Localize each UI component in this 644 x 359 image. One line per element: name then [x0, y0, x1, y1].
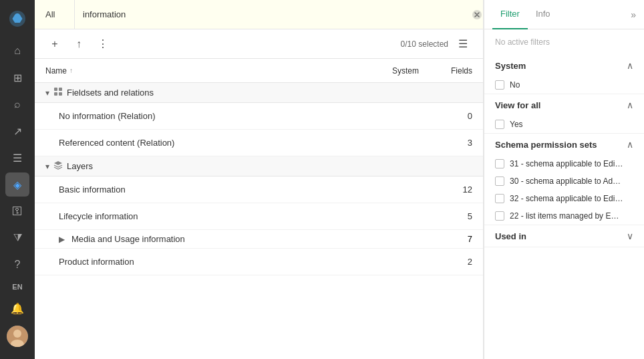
- upload-button[interactable]: ↑: [69, 35, 88, 53]
- app-logo[interactable]: [5, 7, 29, 31]
- sort-arrow-icon: ↑: [69, 67, 73, 74]
- svg-rect-6: [54, 92, 57, 96]
- group-layers[interactable]: ▾ Layers: [35, 156, 483, 176]
- filter-option-schema-30[interactable]: 30 - schema applicable to Admin: [484, 172, 644, 190]
- filter-section-system-chevron: ∧: [627, 60, 633, 71]
- group-fieldsets[interactable]: ▾ Fieldsets and relations: [35, 83, 483, 103]
- svg-rect-5: [59, 88, 62, 91]
- filter-section-view-for-all-header[interactable]: View for all ∧: [484, 94, 644, 116]
- filter-option-schema-22[interactable]: 22 - list items managed by Editor Cor...: [484, 207, 644, 225]
- svg-rect-4: [54, 88, 57, 91]
- filter-section-used-in-header[interactable]: Used in ∨: [484, 225, 644, 247]
- filter-option-schema-32[interactable]: 32 - schema applicable to Editor Cor...: [484, 190, 644, 207]
- filter-section-schema-chevron: ∧: [627, 139, 633, 150]
- row-name: Media and Usage information: [69, 234, 371, 244]
- fieldset-icon: [53, 87, 63, 98]
- svg-point-1: [13, 330, 21, 338]
- search-scope[interactable]: All: [35, 0, 75, 29]
- table-row[interactable]: Product information 2: [35, 249, 483, 275]
- search-input-wrap: [75, 9, 471, 19]
- group-layers-label: Layers: [67, 161, 93, 171]
- help-nav-icon[interactable]: ?: [5, 253, 29, 277]
- no-filters-text: No active filters: [484, 37, 644, 55]
- filter-section-schema: Schema permission sets ∧ 31 - schema app…: [484, 134, 644, 225]
- panel-tabs: Filter Info »: [484, 0, 644, 29]
- analytics-nav-icon[interactable]: ◈: [5, 172, 29, 197]
- filter-option-label: 32 - schema applicable to Editor Cor...: [510, 194, 623, 203]
- filter-option-label: No: [510, 80, 520, 90]
- filter-checkbox-schema-32[interactable]: [495, 194, 504, 203]
- add-button[interactable]: +: [45, 35, 64, 53]
- table-row[interactable]: Lifecycle information 5: [35, 203, 483, 230]
- notification-icon[interactable]: 🔔: [5, 296, 29, 320]
- filter-checkbox-view-yes[interactable]: [495, 120, 504, 129]
- filter-section-used-in: Used in ∨: [484, 225, 644, 247]
- filter-section-schema-header[interactable]: Schema permission sets ∧: [484, 134, 644, 155]
- filter-section-system: System ∧ No: [484, 55, 644, 94]
- activity-nav-icon[interactable]: ↗: [5, 119, 29, 143]
- filter-section-view-for-all-chevron: ∧: [627, 100, 633, 110]
- search-input[interactable]: [83, 9, 463, 19]
- list-nav-icon[interactable]: ☰: [5, 146, 29, 170]
- search-bar: All: [35, 0, 483, 29]
- group-layers-collapse-icon[interactable]: ▾: [45, 162, 49, 171]
- panel-expand-icon[interactable]: »: [631, 9, 636, 20]
- filter-section-view-for-all: View for all ∧ Yes: [484, 94, 644, 134]
- table-row[interactable]: No information (Relation) 0: [35, 103, 483, 130]
- list-view-button[interactable]: ☰: [454, 35, 472, 53]
- fields-column-header: Fields: [432, 66, 472, 76]
- svg-rect-7: [59, 92, 62, 96]
- filter-section-view-for-all-label: View for all: [495, 100, 627, 110]
- group-fieldsets-label: Fieldsets and relations: [67, 88, 154, 98]
- table-row-expandable[interactable]: ▶ Media and Usage information 7: [35, 230, 483, 249]
- filter-checkbox-schema-30[interactable]: [495, 176, 504, 186]
- table-row[interactable]: Referenced content (Relation) 3: [35, 130, 483, 156]
- more-button[interactable]: ⋮: [94, 35, 112, 53]
- filter-checkbox-schema-22[interactable]: [495, 211, 504, 221]
- tab-filter[interactable]: Filter: [492, 0, 528, 29]
- filter-section-used-in-label: Used in: [495, 231, 627, 241]
- filter-section-system-label: System: [495, 61, 627, 71]
- language-selector[interactable]: EN: [12, 283, 22, 291]
- system-column-header: System: [379, 66, 432, 76]
- home-nav-icon[interactable]: ⌂: [5, 39, 29, 63]
- filter-option-schema-31[interactable]: 31 - schema applicable to Editor Pro...: [484, 155, 644, 172]
- filter-option-label: Yes: [510, 120, 523, 129]
- user-avatar[interactable]: [7, 326, 28, 347]
- filter-section-system-header[interactable]: System ∧: [484, 55, 644, 76]
- name-column-header[interactable]: Name ↑: [45, 66, 379, 76]
- tab-info[interactable]: Info: [528, 0, 558, 29]
- table-header: Name ↑ System Fields: [35, 59, 483, 83]
- search-nav-icon[interactable]: ⌕: [5, 92, 29, 116]
- table-row[interactable]: Basic information 12: [35, 176, 483, 203]
- filter-option-label: 22 - list items managed by Editor Cor...: [510, 211, 623, 221]
- filter-option-system-no[interactable]: No: [484, 76, 644, 94]
- filter-checkbox-schema-31[interactable]: [495, 159, 504, 168]
- filter-section-schema-label: Schema permission sets: [495, 140, 627, 150]
- table-body: ▾ Fieldsets and relations No information…: [35, 83, 483, 359]
- filter-option-label: 30 - schema applicable to Admin: [510, 176, 623, 186]
- main-content: All + ↑ ⋮ 0/10 selected ☰ Name ↑ System …: [35, 0, 484, 359]
- selection-count: 0/10 selected: [401, 39, 448, 49]
- group-collapse-icon[interactable]: ▾: [45, 88, 49, 98]
- expand-row-icon[interactable]: ▶: [59, 235, 65, 244]
- left-sidebar: ⌂ ⊞ ⌕ ↗ ☰ ◈ ⚿ ⧩ ? EN 🔔: [0, 0, 35, 359]
- filter-nav-icon[interactable]: ⧩: [5, 226, 29, 250]
- toolbar: + ↑ ⋮ 0/10 selected ☰: [35, 29, 483, 59]
- key-nav-icon[interactable]: ⚿: [5, 199, 29, 223]
- filter-checkbox-system-no[interactable]: [495, 80, 504, 90]
- panel-content: No active filters System ∧ No View for a…: [484, 29, 644, 359]
- search-clear-icon[interactable]: [471, 9, 483, 21]
- filter-section-used-in-chevron: ∨: [627, 231, 633, 241]
- right-panel: Filter Info » No active filters System ∧…: [484, 0, 644, 359]
- filter-option-view-yes[interactable]: Yes: [484, 116, 644, 133]
- layers-icon: [53, 160, 63, 172]
- dashboard-nav-icon[interactable]: ⊞: [5, 66, 29, 90]
- filter-option-label: 31 - schema applicable to Editor Pro...: [510, 159, 623, 168]
